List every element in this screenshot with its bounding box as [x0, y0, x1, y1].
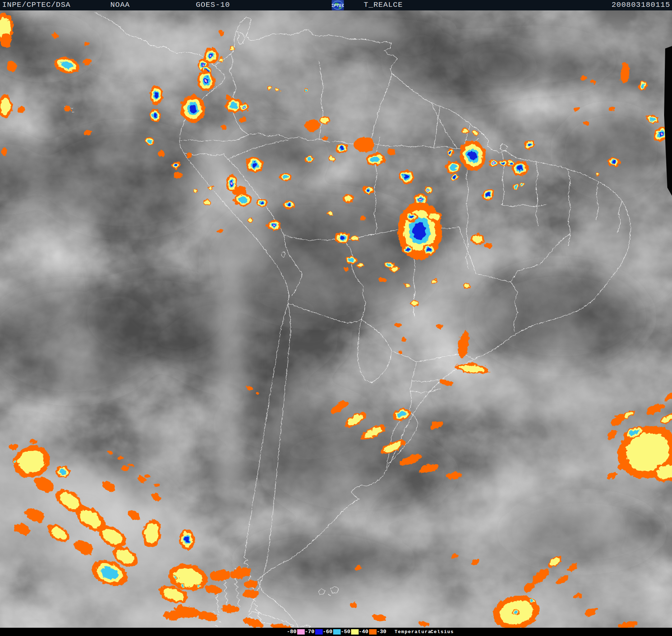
storm-cell	[572, 106, 578, 110]
storm-cell-ring	[238, 116, 245, 121]
storm-cell-ring	[152, 112, 156, 116]
legend-unit: Celsius	[431, 629, 454, 635]
storm-cell-ring	[516, 165, 521, 170]
storm-cell-ring	[386, 262, 391, 265]
storm-cell-ring	[406, 247, 409, 250]
storm-cell-ring	[83, 129, 91, 134]
storm-cell-ring	[370, 156, 379, 161]
storm-cell	[216, 228, 223, 233]
storm-cell	[353, 136, 373, 151]
legend-label: -30	[377, 629, 386, 635]
storm-cell	[386, 148, 395, 154]
storm-cell	[303, 155, 313, 161]
legend-label: -60	[323, 629, 332, 635]
storm-cell	[54, 465, 69, 477]
storm-cell-ring	[353, 136, 373, 151]
storm-cell	[83, 41, 88, 45]
legend-label: -50	[341, 629, 350, 635]
storm-cell-ring	[0, 147, 7, 155]
storm-cell	[400, 336, 406, 340]
storm-cell-ring	[513, 185, 516, 188]
storm-cell	[148, 107, 159, 121]
storm-cell-ring	[426, 188, 428, 189]
storm-cell-ring	[304, 118, 319, 130]
storm-cell	[243, 579, 257, 587]
storm-cell	[350, 234, 358, 241]
storm-cell-ring	[127, 462, 133, 466]
storm-cell-ring	[255, 391, 260, 395]
storm-cell	[354, 565, 361, 569]
storm-cell	[460, 127, 468, 133]
storm-cell	[608, 106, 613, 110]
storm-cell-ring	[247, 218, 252, 221]
storm-cell-ring	[394, 322, 400, 326]
storm-cell	[397, 349, 402, 352]
storm-cell-ring	[157, 149, 164, 156]
satellite-product-screen: INPE/CPTEC/DSA NOAA GOES-10 T_REALCE 200…	[0, 0, 672, 636]
storm-cell-ring	[608, 106, 613, 110]
storm-cell-ring	[358, 263, 362, 266]
storm-cell	[245, 156, 263, 172]
storm-cell-ring	[321, 135, 327, 140]
storm-cell	[180, 583, 185, 587]
storm-cell	[579, 74, 586, 79]
storm-cell-ring	[583, 120, 589, 124]
storm-cell-ring	[471, 234, 482, 242]
storm-cell	[384, 261, 393, 267]
storm-cell	[120, 465, 128, 470]
storm-cell-ring	[153, 91, 157, 97]
storm-cell	[12, 459, 18, 463]
storm-cell	[528, 598, 534, 602]
legend-swatch	[315, 629, 323, 635]
storm-cell-ring	[461, 128, 467, 132]
storm-cell-ring	[259, 200, 263, 203]
storm-cell-ring	[58, 468, 65, 474]
storm-cell-ring	[386, 148, 395, 154]
storm-cell	[362, 185, 373, 193]
storm-cell	[255, 391, 260, 395]
storm-cell	[51, 32, 57, 37]
storm-cell-ring	[173, 576, 176, 578]
storm-cell-ring	[342, 266, 348, 270]
storm-cell-ring	[224, 94, 231, 99]
storm-cell	[404, 282, 409, 286]
storm-cell-ring	[431, 279, 436, 282]
storm-cell-ring	[472, 130, 477, 134]
storm-cell	[423, 185, 432, 192]
storm-cell-ring	[185, 152, 191, 157]
storm-cell	[590, 79, 595, 83]
legend-label: -40	[359, 629, 368, 635]
storm-cell	[349, 602, 356, 607]
cptec-logo: CPTEC	[332, 0, 344, 10]
storm-cell-ring	[339, 235, 344, 239]
storm-cell	[157, 149, 164, 156]
storm-cell	[170, 161, 181, 169]
storm-cell-ring	[106, 450, 111, 453]
storm-cell-ring	[463, 282, 469, 287]
storm-cell	[266, 84, 271, 89]
storm-cell-ring	[83, 41, 88, 45]
storm-cell-ring	[500, 161, 503, 163]
storm-cell-ring	[243, 579, 257, 587]
storm-cell	[304, 118, 319, 130]
storm-cell-ring	[611, 160, 615, 162]
legend-swatch	[369, 629, 377, 635]
storm-cell	[450, 173, 458, 180]
storm-cell-ring	[412, 221, 425, 239]
storm-cell	[342, 266, 348, 270]
bright-cloud-patch	[213, 252, 245, 525]
storm-cell-ring	[63, 105, 71, 111]
storm-cell	[218, 30, 224, 34]
storm-cell-ring	[272, 223, 274, 225]
storm-cell	[173, 172, 181, 178]
storm-cell-ring	[509, 161, 511, 163]
header-timestamp: 200803180115	[612, 1, 670, 9]
storm-cell-ring	[483, 242, 491, 248]
storm-cell-ring	[404, 283, 409, 286]
storm-cell	[421, 243, 434, 254]
storm-cell-ring	[229, 101, 237, 108]
storm-cell	[145, 135, 153, 145]
storm-cell	[365, 152, 385, 165]
storm-cell-ring	[238, 195, 246, 202]
storm-cell	[410, 299, 418, 305]
